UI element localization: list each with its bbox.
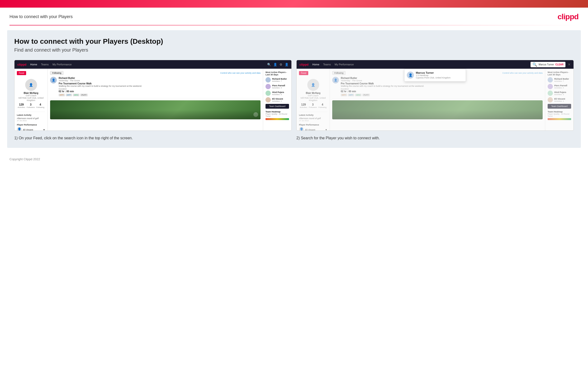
following-row-1: Following Control who can see your activ… bbox=[50, 71, 261, 75]
latest-activity-label: Latest Activity bbox=[17, 114, 45, 116]
heatmap-bar-1 bbox=[265, 118, 289, 120]
feed-tab-2: Feed bbox=[299, 71, 308, 75]
profile-role-1: Golf Coach bbox=[17, 94, 45, 97]
app-body-1: Feed 👤 Blair McHarg Golf Coach Mill Ride… bbox=[15, 69, 291, 130]
nav-right-1: 🔍 👤 ⚙ 👤 bbox=[267, 63, 289, 66]
result-info: Marcus Turner 1.5 Handicap Cypress Point… bbox=[416, 71, 450, 79]
player-perf-row-1: 👤 Eli Vincent ▼ bbox=[17, 127, 45, 131]
logo: clippd bbox=[558, 12, 579, 21]
tag-app-1: APP bbox=[66, 94, 72, 96]
main-content: How to connect with your Players (Deskto… bbox=[7, 30, 581, 148]
tag-putt-1: PUTT bbox=[80, 94, 88, 96]
nav-home-1[interactable]: Home bbox=[30, 63, 37, 66]
nav-home-2[interactable]: Home bbox=[312, 63, 319, 66]
avatar-2: 👤 bbox=[307, 79, 319, 91]
team-heatmap-label-1: Team Heatmap bbox=[265, 110, 289, 113]
app-logo-mini-1: clippd bbox=[17, 63, 26, 66]
duration-label: Duration bbox=[59, 88, 261, 90]
search-text-nav[interactable]: Marcus Turner bbox=[539, 63, 554, 66]
tag-arg-1: ARG bbox=[73, 94, 79, 96]
profile-club-1: Mill Ride Golf Club, United Kingdom bbox=[17, 97, 45, 101]
activity-desc: Walking the course with my coach to buil… bbox=[59, 85, 261, 87]
following-button-1[interactable]: Following bbox=[50, 71, 63, 75]
page-title: How to connect with your Players bbox=[9, 14, 73, 19]
step1-caption: 1) On your Feed, click on the search ico… bbox=[14, 136, 292, 141]
player-perf-label-left: Player Performance bbox=[17, 124, 45, 126]
search-icon-nav: 🔍 bbox=[532, 62, 537, 67]
nav-performance-1[interactable]: My Performance bbox=[53, 63, 72, 66]
latest-activity-date: 27 Jul 2022 bbox=[17, 120, 45, 122]
result-avatar: 👤 bbox=[407, 72, 414, 79]
nav-performance-2[interactable]: My Performance bbox=[335, 63, 354, 66]
screenshot-block-1: clippd Home Teams My Performance 🔍 👤 ⚙ 👤 bbox=[14, 60, 292, 141]
nav-teams-1[interactable]: Teams bbox=[41, 63, 49, 66]
screenshots-row: clippd Home Teams My Performance 🔍 👤 ⚙ 👤 bbox=[14, 60, 574, 141]
duration-value: 02 hr : 00 min bbox=[59, 90, 261, 93]
screenshot-block-2: clippd Home Teams My Performance 🔍 Marcu… bbox=[296, 60, 574, 141]
control-link-1: Control who can see your activity and da… bbox=[220, 72, 261, 74]
activity-info-1: Richard Butler Yesterday · The Grove Pre… bbox=[59, 77, 261, 96]
settings-icon-1[interactable]: ⚙ bbox=[280, 63, 282, 66]
screenshot-frame-2: clippd Home Teams My Performance 🔍 Marcu… bbox=[296, 60, 574, 131]
tag-ott-1: OTT bbox=[59, 94, 65, 96]
copyright: Copyright Clippd 2022 bbox=[9, 157, 40, 161]
page-header: How to connect with your Players clippd bbox=[0, 8, 588, 25]
active-players-title-1: Most Active Players - Last 30 days bbox=[265, 71, 289, 76]
profile-card-1: 👤 Blair McHarg Golf Coach Mill Ride Golf… bbox=[17, 77, 45, 112]
avatar-1: 👤 bbox=[25, 79, 37, 91]
app-navbar-2: clippd Home Teams My Performance 🔍 Marcu… bbox=[297, 60, 573, 69]
clear-btn[interactable]: CLEAR bbox=[555, 63, 563, 66]
stat-following-1: 4 Following bbox=[36, 103, 44, 108]
nav-teams-2[interactable]: Teams bbox=[323, 63, 331, 66]
right-panel-2: Most Active Players - Last 30 days Richa… bbox=[545, 69, 573, 130]
user-icon-1[interactable]: 👤 bbox=[273, 63, 277, 66]
left-panel-1: Feed 👤 Blair McHarg Golf Coach Mill Ride… bbox=[15, 69, 48, 130]
latest-activity-text: Afternoon round of golf bbox=[17, 117, 45, 120]
close-search-icon[interactable]: ✕ bbox=[568, 63, 571, 66]
team-dashboard-btn-1[interactable]: Team Dashboard bbox=[265, 104, 289, 109]
search-dropdown: 👤 Marcus Turner 1.5 Handicap Cypress Poi… bbox=[404, 69, 466, 82]
activity-avatar-1: 👤 bbox=[50, 77, 57, 83]
player-item-4: Eli VincentActivities: 1 bbox=[265, 97, 289, 102]
step2-caption: 2) Search for the Player you wish to con… bbox=[296, 136, 574, 141]
team-dashboard-btn-2: Team Dashboard bbox=[548, 104, 571, 109]
activity-item-1: 👤 Richard Butler Yesterday · The Grove P… bbox=[50, 77, 261, 98]
player-item-1: Richard ButlerActivities: 7 bbox=[265, 77, 289, 83]
stat-followers-1: 3 Followers bbox=[26, 103, 35, 108]
app-navbar-1: clippd Home Teams My Performance 🔍 👤 ⚙ 👤 bbox=[15, 60, 291, 69]
player-item-2: Piers ParnellActivities: 4 bbox=[265, 84, 289, 89]
center-panel-1: Following Control who can see your activ… bbox=[48, 69, 263, 130]
stats-row-1: 129 Activities 3 Followers 4 Following bbox=[17, 103, 45, 108]
course-image-1 bbox=[50, 100, 261, 119]
player-perf-avatar: 👤 bbox=[17, 127, 22, 131]
top-bar bbox=[0, 0, 588, 8]
stat-activities-1: 129 Activities bbox=[18, 103, 25, 108]
search-result-item[interactable]: 👤 Marcus Turner 1.5 Handicap Cypress Poi… bbox=[407, 71, 463, 79]
right-panel-1: Most Active Players - Last 30 days Richa… bbox=[263, 69, 291, 130]
header-divider bbox=[9, 25, 579, 26]
player-item-3: Hiral PujaraActivities: 3 bbox=[265, 91, 289, 96]
left-panel-2: Feed 👤 Blair McHarg Golf Coach Mill Ride… bbox=[297, 69, 330, 130]
profile-card-2: 👤 Blair McHarg Golf Coach Mill Ride Golf… bbox=[299, 77, 327, 112]
search-bar-nav: 🔍 Marcus Turner CLEAR bbox=[531, 62, 565, 67]
nav-right-2: 🔍 Marcus Turner CLEAR ✕ bbox=[531, 62, 571, 67]
avatar-icon-1[interactable]: 👤 bbox=[285, 63, 289, 66]
profile-name-1: Blair McHarg bbox=[17, 92, 45, 94]
app-logo-mini-2: clippd bbox=[299, 63, 308, 66]
footer: Copyright Clippd 2022 bbox=[0, 153, 588, 166]
stats-row-2: 129 Activities 3 Followers 4 Following bbox=[299, 103, 327, 108]
hero-title: How to connect with your Players (Deskto… bbox=[14, 37, 574, 46]
search-icon-1[interactable]: 🔍 bbox=[267, 63, 271, 66]
tags-row-1: OTT APP ARG PUTT bbox=[59, 94, 261, 96]
screenshot-frame-1: clippd Home Teams My Performance 🔍 👤 ⚙ 👤 bbox=[14, 60, 292, 131]
feed-tab-1[interactable]: Feed bbox=[17, 71, 26, 75]
hero-subtitle: Find and connect with your Players bbox=[14, 47, 574, 53]
course-image-2 bbox=[332, 100, 543, 119]
heatmap-sub-1: Player Quality · 20 Round Trend bbox=[265, 113, 289, 117]
